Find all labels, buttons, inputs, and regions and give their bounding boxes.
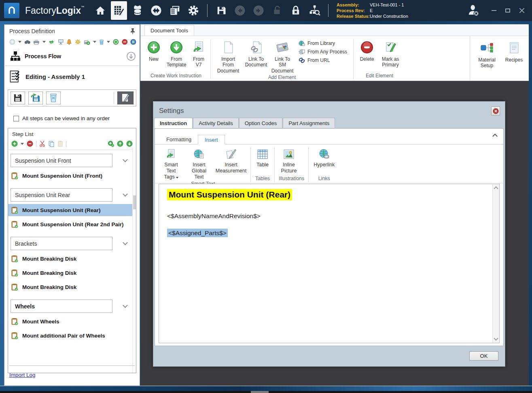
redo-button[interactable] bbox=[250, 1, 267, 20]
step-group-header[interactable]: Wheels bbox=[11, 300, 134, 313]
step-item[interactable]: Mount Breaking Disk bbox=[8, 281, 136, 293]
process-flow-row[interactable]: Process Flow bbox=[4, 48, 140, 66]
from-url-button[interactable]: From URL bbox=[299, 57, 347, 64]
save-button[interactable] bbox=[213, 1, 229, 20]
step-group-header[interactable]: Brackets bbox=[11, 237, 134, 250]
collapse-ribbon-icon[interactable] bbox=[492, 134, 498, 139]
home-button[interactable] bbox=[92, 1, 108, 20]
print-icon[interactable] bbox=[33, 39, 40, 45]
maximize-button[interactable] bbox=[505, 8, 510, 13]
tab-formatting[interactable]: Formatting bbox=[160, 134, 198, 144]
move-down-icon[interactable] bbox=[126, 140, 133, 147]
trash-icon[interactable] bbox=[99, 38, 104, 45]
step-group-header[interactable]: Suspension Unit Rear bbox=[11, 188, 134, 202]
unlock-button[interactable] bbox=[269, 1, 285, 20]
insert-step-icon[interactable] bbox=[108, 140, 114, 147]
chevron-down-icon[interactable] bbox=[123, 240, 128, 245]
undo-button[interactable] bbox=[232, 1, 248, 20]
close-button[interactable] bbox=[519, 8, 525, 13]
paste-icon[interactable] bbox=[57, 140, 63, 147]
expand-circle-icon[interactable] bbox=[127, 52, 136, 61]
print-dropdown-icon[interactable] bbox=[42, 41, 46, 43]
add-step-dropdown-icon[interactable] bbox=[21, 143, 24, 145]
documents-button[interactable] bbox=[167, 1, 183, 20]
from-v7-button[interactable]: From V7 bbox=[190, 38, 208, 68]
production-button[interactable] bbox=[129, 1, 146, 20]
mark-as-primary-button[interactable]: Mark as Primary bbox=[378, 38, 403, 68]
process-definition-button[interactable] bbox=[111, 1, 127, 20]
import-from-document-button[interactable]: Import From Document bbox=[214, 38, 243, 74]
chevron-down-icon[interactable] bbox=[123, 191, 128, 197]
instruction-heading-highlighted[interactable]: Mount Suspension Unit (Rear) bbox=[167, 189, 292, 200]
step-item[interactable]: Mount Breaking Disk bbox=[8, 253, 136, 265]
tab-option-codes[interactable]: Option Codes bbox=[239, 118, 283, 128]
link-to-document-button[interactable]: Link To Document bbox=[244, 38, 269, 68]
order-checkbox[interactable] bbox=[13, 116, 19, 121]
scroll-up-icon[interactable] bbox=[494, 186, 498, 191]
editor-scrollbar[interactable] bbox=[492, 184, 499, 343]
dialog-close-button[interactable] bbox=[491, 106, 500, 115]
order-checkbox-row[interactable]: All steps can be viewed in any order bbox=[4, 109, 140, 126]
instruction-editor[interactable]: Mount Suspension Unit (Rear) <$AssemblyN… bbox=[159, 184, 500, 343]
import-log-link[interactable]: Import Log bbox=[9, 372, 36, 378]
tab-insert[interactable]: Insert bbox=[198, 135, 225, 144]
smart-text-assembly-tag[interactable]: <$AssemblyNameAndRevision$> bbox=[167, 212, 491, 220]
tab-instruction[interactable]: Instruction bbox=[154, 118, 193, 128]
step-item[interactable]: Mount Suspension Unit (Front) bbox=[8, 170, 136, 182]
chevron-down-icon[interactable] bbox=[123, 157, 128, 162]
horizontal-scrollbar-fragment[interactable] bbox=[251, 391, 269, 393]
lock-discard-button[interactable] bbox=[288, 1, 304, 20]
edit-instruction-button[interactable] bbox=[117, 91, 134, 104]
step-item-selected[interactable]: Mount Suspension Unit (Rear) bbox=[8, 204, 136, 216]
scroll-down-icon[interactable] bbox=[494, 336, 498, 340]
step-item[interactable]: Mount Suspension Unit (Rear 2nd Pair) bbox=[8, 218, 136, 230]
save-document-button[interactable] bbox=[11, 91, 25, 104]
deploy-icon[interactable] bbox=[84, 39, 90, 45]
pin-icon[interactable] bbox=[130, 28, 136, 34]
chevron-down-icon[interactable] bbox=[123, 303, 128, 308]
from-library-button[interactable]: From Library bbox=[299, 40, 347, 47]
move-up-icon[interactable] bbox=[117, 140, 123, 147]
link-to-sm-document-button[interactable]: Link To SM Document bbox=[269, 38, 295, 74]
inline-picture-button[interactable]: Inline Picture bbox=[277, 146, 301, 174]
add-step-icon[interactable] bbox=[11, 140, 18, 147]
remove-step-icon[interactable] bbox=[27, 140, 33, 147]
from-template-button[interactable]: From Template bbox=[164, 38, 189, 68]
minimize-button[interactable] bbox=[492, 10, 496, 11]
step-item[interactable]: Mount Breaking Disk bbox=[8, 267, 136, 279]
find-icon[interactable] bbox=[24, 39, 31, 45]
insert-global-text-button[interactable]: Insert Global Text bbox=[184, 146, 214, 180]
options-gear-icon[interactable] bbox=[75, 38, 81, 45]
delete-document-button[interactable] bbox=[46, 91, 61, 104]
presentation-icon[interactable] bbox=[58, 38, 64, 45]
step-item[interactable]: Mount additional Pair of Wheels bbox=[8, 329, 136, 342]
scrollbar-thumb[interactable] bbox=[133, 195, 136, 209]
process-search-button[interactable] bbox=[306, 1, 322, 20]
trash-dropdown-icon[interactable] bbox=[107, 41, 110, 43]
sync-button[interactable] bbox=[148, 1, 164, 20]
step-list-scrollbar[interactable] bbox=[132, 148, 136, 373]
material-setup-button[interactable]: Material Setup bbox=[475, 39, 500, 69]
stop-icon[interactable] bbox=[122, 38, 128, 45]
add-icon[interactable] bbox=[9, 38, 15, 45]
from-any-process-button[interactable]: From Any Process bbox=[299, 49, 347, 55]
smart-text-tags-button[interactable]: Smart Text Tags bbox=[158, 146, 184, 180]
smart-text-assigned-parts-tag[interactable]: <$Assigned_Parts$> bbox=[167, 229, 491, 237]
editing-assembly-row[interactable]: Editing - Assembly 1 bbox=[4, 66, 140, 87]
bell-icon[interactable] bbox=[66, 38, 72, 45]
ok-button[interactable]: OK bbox=[469, 351, 498, 361]
go-icon[interactable] bbox=[113, 38, 119, 45]
exchange-icon[interactable] bbox=[49, 39, 55, 45]
pause-icon[interactable] bbox=[130, 38, 136, 45]
step-group-header[interactable]: Suspension Unit Front bbox=[11, 154, 134, 167]
deploy-dropdown-icon[interactable] bbox=[93, 41, 96, 43]
tab-document-tools[interactable]: Document Tools bbox=[144, 25, 194, 36]
cut-icon[interactable] bbox=[39, 140, 45, 147]
import-document-button[interactable] bbox=[28, 91, 43, 104]
new-button[interactable]: New bbox=[144, 38, 163, 62]
insert-measurement-button[interactable]: Insert Measurement bbox=[214, 146, 248, 174]
recipes-button[interactable]: Recipes bbox=[504, 39, 525, 63]
settings-button[interactable] bbox=[185, 1, 201, 20]
hyperlink-button[interactable]: Hyperlink bbox=[311, 146, 337, 168]
delete-element-button[interactable]: Delete bbox=[356, 38, 377, 62]
